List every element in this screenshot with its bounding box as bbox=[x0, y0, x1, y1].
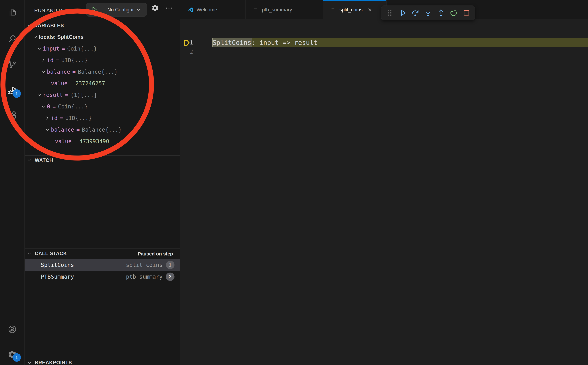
activity-bar-item-explorer[interactable] bbox=[8, 8, 17, 17]
tab-close-icon[interactable] bbox=[367, 7, 373, 12]
watch-section-header[interactable]: WATCH bbox=[25, 155, 180, 165]
variable-value: 237246257 bbox=[75, 80, 105, 87]
highlighted-word: SplitCoins bbox=[212, 38, 252, 47]
variable-row[interactable]: 0 = Coin{...} bbox=[25, 101, 180, 112]
variable-value: Balance{...} bbox=[78, 69, 118, 75]
debug-restart-button[interactable] bbox=[449, 9, 458, 17]
variable-name: balance bbox=[47, 69, 70, 75]
variables-tree: locals: SplitCoins input = Coin{...} id … bbox=[25, 31, 180, 147]
variable-name: balance bbox=[51, 126, 74, 133]
watch-section: WATCH bbox=[25, 155, 180, 165]
variable-value: Coin{...} bbox=[67, 45, 97, 52]
activity-bar-item-run-and-debug[interactable]: 1 bbox=[8, 86, 17, 95]
editor-tab-ptb_summary[interactable]: ptb_summary bbox=[246, 0, 323, 19]
callstack-frame-row[interactable]: PTBSummary ptb_summary 3 bbox=[25, 271, 180, 282]
activity-bar-item-source-control[interactable] bbox=[8, 60, 17, 69]
variable-row[interactable]: id = UID{...} bbox=[25, 54, 180, 66]
twistie-icon[interactable] bbox=[49, 139, 55, 144]
source-control-icon bbox=[8, 66, 17, 70]
equals-sign: = bbox=[52, 103, 56, 110]
callstack-frames: SplitCoins split_coins 1 PTBSummary ptb_… bbox=[25, 259, 180, 282]
start-debug-button[interactable] bbox=[86, 3, 102, 16]
activity-bar-item-settings[interactable]: 1 bbox=[8, 350, 17, 359]
list-icon bbox=[331, 7, 336, 13]
callstack-frame-row[interactable]: SplitCoins split_coins 1 bbox=[25, 259, 180, 271]
code-area[interactable]: 1 2 SplitCoins : input => result bbox=[180, 19, 588, 365]
chevron-down-icon bbox=[27, 23, 32, 28]
tab-label: Welcome bbox=[197, 7, 217, 13]
search-icon bbox=[8, 41, 17, 44]
variable-value: Coin{...} bbox=[58, 103, 88, 110]
debug-stop-button[interactable] bbox=[462, 9, 471, 17]
debug-config-label: No Configur bbox=[107, 7, 134, 13]
tab-label: split_coins bbox=[340, 7, 363, 13]
variable-name: locals: SplitCoins bbox=[39, 34, 84, 40]
debug-drag-handle-button[interactable] bbox=[385, 9, 394, 17]
views-more-actions-button[interactable] bbox=[165, 4, 173, 12]
variables-section-header[interactable]: VARIABLES bbox=[25, 21, 180, 30]
variable-row[interactable]: result = (1)[...] bbox=[25, 89, 180, 101]
variable-row[interactable]: balance = Balance{...} bbox=[25, 66, 180, 77]
twistie-icon[interactable] bbox=[45, 127, 51, 133]
twistie-icon[interactable] bbox=[41, 57, 47, 63]
debug-settings-gear-button[interactable] bbox=[151, 4, 159, 12]
tab-label: ptb_summary bbox=[262, 7, 292, 13]
twistie-icon[interactable] bbox=[37, 92, 43, 98]
variable-name: result bbox=[43, 92, 63, 98]
activity-bar-item-extensions[interactable] bbox=[8, 111, 17, 120]
variable-name: 0 bbox=[47, 103, 50, 110]
callstack-section: CALL STACK Paused on step SplitCoins spl… bbox=[25, 248, 180, 282]
variable-row[interactable]: balance = Balance{...} bbox=[25, 124, 180, 135]
variable-name: id bbox=[51, 115, 57, 121]
activity-bar: 1 1 bbox=[0, 0, 24, 365]
section-divider bbox=[25, 356, 180, 356]
variable-row[interactable]: value = 237246257 bbox=[25, 77, 180, 89]
debug-step-out-button[interactable] bbox=[437, 9, 445, 17]
debug-step-over-button[interactable] bbox=[411, 9, 419, 17]
variable-row[interactable]: value = 473993490 bbox=[25, 135, 180, 147]
gear-icon bbox=[151, 9, 159, 12]
chevron-down-icon bbox=[136, 7, 141, 13]
twistie-icon[interactable] bbox=[41, 69, 47, 75]
account-icon bbox=[8, 331, 17, 335]
debug-paused-line[interactable]: SplitCoins : input => result bbox=[212, 38, 588, 47]
twistie-icon[interactable] bbox=[45, 115, 51, 121]
twistie-icon[interactable] bbox=[41, 104, 47, 109]
variables-section: VARIABLES locals: SplitCoins input = Coi… bbox=[25, 21, 180, 147]
variable-name: value bbox=[55, 138, 71, 144]
variable-row[interactable]: input = Coin{...} bbox=[25, 43, 180, 54]
variable-value: (1)[...] bbox=[71, 92, 97, 98]
indent-guide bbox=[47, 135, 47, 147]
equals-sign: = bbox=[76, 126, 80, 133]
equals-sign: = bbox=[62, 45, 65, 52]
variable-value: UID{...} bbox=[61, 57, 88, 63]
equals-sign: = bbox=[74, 138, 77, 144]
equals-sign: = bbox=[60, 115, 63, 121]
debug-config-dropdown[interactable]: No Configur bbox=[102, 7, 147, 13]
twistie-icon[interactable] bbox=[37, 46, 43, 51]
variable-row[interactable]: id = UID{...} bbox=[25, 112, 180, 124]
activity-bar-item-account[interactable] bbox=[8, 325, 17, 334]
variable-name: input bbox=[43, 45, 59, 52]
editor-tab-Welcome[interactable]: Welcome bbox=[180, 0, 246, 19]
twistie-icon[interactable] bbox=[45, 81, 51, 86]
frame-source: split_coins bbox=[126, 262, 163, 268]
chevron-down-icon bbox=[27, 251, 32, 256]
breakpoints-section-header[interactable]: BREAKPOINTS bbox=[25, 356, 180, 365]
callstack-status: Paused on step bbox=[138, 251, 173, 257]
breakpoints-section: BREAKPOINTS bbox=[25, 356, 180, 365]
line-number-2: 2 bbox=[180, 47, 193, 56]
ellipsis-icon bbox=[165, 9, 173, 12]
frame-name: SplitCoins bbox=[41, 262, 74, 268]
debug-step-into-button[interactable] bbox=[424, 9, 432, 17]
debug-continue-button[interactable] bbox=[398, 9, 407, 17]
frame-source: ptb_summary bbox=[126, 274, 163, 280]
variable-value: Balance{...} bbox=[82, 126, 122, 133]
callstack-title: CALL STACK bbox=[35, 251, 67, 256]
twistie-icon[interactable] bbox=[33, 34, 39, 40]
chevron-down-icon bbox=[27, 360, 32, 365]
variable-row[interactable]: locals: SplitCoins bbox=[25, 31, 180, 43]
editor-tab-split_coins[interactable]: split_coins bbox=[323, 0, 387, 19]
activity-bar-item-search[interactable] bbox=[8, 34, 17, 43]
sidebar-title: RUN AND DEBUG bbox=[34, 8, 77, 14]
